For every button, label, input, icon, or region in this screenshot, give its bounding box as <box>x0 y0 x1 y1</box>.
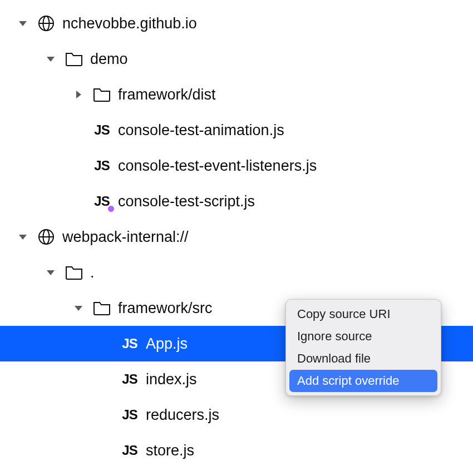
context-menu-item[interactable]: Add script override <box>289 370 437 392</box>
context-menu-item[interactable]: Ignore source <box>289 325 437 348</box>
globe-icon <box>37 14 56 33</box>
js-file-icon: JS <box>92 156 111 175</box>
context-menu: Copy source URIIgnore sourceDownload fil… <box>285 299 441 396</box>
js-file-icon: JS <box>120 441 139 460</box>
tree-row[interactable]: framework/dist <box>0 77 473 112</box>
js-badge-text: JS <box>94 194 109 209</box>
tree-row-label: nchevobbe.github.io <box>62 15 197 32</box>
svg-marker-10 <box>47 270 55 275</box>
folder-icon <box>92 299 111 318</box>
js-badge-text: JS <box>122 407 137 423</box>
tree-row[interactable]: webpack-internal:// <box>0 219 473 255</box>
folder-icon <box>92 85 111 104</box>
tree-row-label: webpack-internal:// <box>62 229 189 246</box>
js-badge-text: JS <box>94 158 109 173</box>
js-badge-text: JS <box>122 371 137 387</box>
tree-row[interactable]: JSreducers.js <box>0 397 473 433</box>
tree-row-label: store.js <box>146 442 194 459</box>
twisty-expanded-icon[interactable] <box>17 17 29 29</box>
tree-row-label: console-test-event-listeners.js <box>118 157 317 175</box>
tree-row[interactable]: nchevobbe.github.io <box>0 6 473 41</box>
twisty-expanded-icon[interactable] <box>72 302 85 314</box>
svg-marker-11 <box>75 306 82 311</box>
svg-marker-4 <box>47 57 55 62</box>
svg-marker-5 <box>76 91 81 98</box>
tree-row-label: index.js <box>146 371 197 388</box>
context-menu-item[interactable]: Copy source URI <box>289 303 437 325</box>
tree-row-label: . <box>90 264 95 281</box>
tree-row[interactable]: . <box>0 255 473 290</box>
modified-dot-icon <box>108 206 114 212</box>
tree-row-label: framework/dist <box>118 86 216 103</box>
tree-row[interactable]: JSstore.js <box>0 433 473 468</box>
tree-row-label: demo <box>90 51 128 68</box>
twisty-expanded-icon[interactable] <box>45 266 57 279</box>
js-file-icon: JS <box>92 192 111 211</box>
twisty-expanded-icon[interactable] <box>17 231 29 243</box>
tree-row[interactable]: JSconsole-test-event-listeners.js <box>0 148 473 184</box>
tree-row-label: console-test-animation.js <box>118 122 284 139</box>
folder-icon <box>65 49 83 68</box>
tree-row-label: reducers.js <box>146 406 219 424</box>
svg-marker-0 <box>19 21 27 26</box>
js-badge-text: JS <box>122 336 137 351</box>
js-file-icon: JS <box>120 405 139 424</box>
context-menu-item[interactable]: Download file <box>289 348 437 370</box>
twisty-expanded-icon[interactable] <box>45 53 57 65</box>
js-file-icon: JS <box>120 334 139 353</box>
svg-marker-6 <box>19 235 27 240</box>
tree-row-label: framework/src <box>118 300 213 317</box>
twisty-collapsed-icon[interactable] <box>72 88 85 101</box>
folder-icon <box>65 263 83 282</box>
tree-row[interactable]: JSconsole-test-script.js <box>0 184 473 219</box>
tree-row[interactable]: JSconsole-test-animation.js <box>0 112 473 148</box>
js-badge-text: JS <box>94 122 109 138</box>
source-tree: nchevobbe.github.iodemoframework/distJSc… <box>0 0 473 468</box>
js-file-icon: JS <box>120 370 139 389</box>
tree-row[interactable]: demo <box>0 41 473 77</box>
tree-row-label: console-test-script.js <box>118 193 255 210</box>
js-file-icon: JS <box>92 121 111 140</box>
js-badge-text: JS <box>122 443 137 458</box>
tree-row-label: App.js <box>146 335 188 353</box>
globe-icon <box>37 227 56 246</box>
